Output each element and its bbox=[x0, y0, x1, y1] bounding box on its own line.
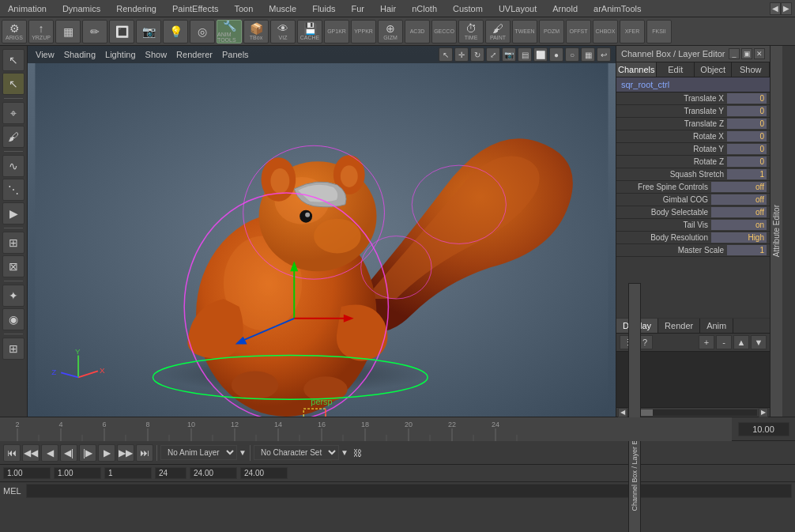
constraint-tool[interactable]: ⊠ bbox=[2, 255, 24, 277]
toolbar-box1[interactable]: 🔳 bbox=[109, 20, 134, 43]
toolbar-circle[interactable]: ◎ bbox=[190, 20, 215, 43]
toolbar-viz[interactable]: 👁 VIZ bbox=[270, 20, 296, 43]
toolbar-arigs[interactable]: ⚙ ARIGS bbox=[2, 20, 27, 43]
toolbar-chbox[interactable]: CHBOX bbox=[593, 20, 618, 43]
menu-fluids[interactable]: Fluids bbox=[304, 2, 343, 16]
vp-scale-icon[interactable]: ⤢ bbox=[486, 47, 500, 62]
ch-value-rotate-z[interactable] bbox=[727, 157, 767, 167]
vp-shading[interactable]: Shading bbox=[61, 50, 99, 59]
deform-tool[interactable]: ⋱ bbox=[2, 179, 24, 201]
toolbar-fksii[interactable]: FKSII bbox=[646, 20, 672, 43]
toolbar-ac3d[interactable]: AC3D bbox=[405, 20, 430, 43]
menu-hair[interactable]: Hair bbox=[372, 2, 404, 16]
ch-value-translate-x[interactable] bbox=[727, 93, 767, 104]
mel-input[interactable] bbox=[26, 484, 792, 498]
ch-value-free-spine[interactable] bbox=[711, 182, 767, 192]
vp-panels[interactable]: Panels bbox=[219, 50, 252, 59]
anim-layer-select[interactable]: No Anim Layer bbox=[160, 445, 237, 460]
vp-show[interactable]: Show bbox=[142, 50, 171, 59]
vp-lighting[interactable]: Lighting bbox=[102, 50, 139, 59]
time-end-field[interactable] bbox=[190, 467, 237, 479]
toolbar-gp1kr[interactable]: GP1KR bbox=[324, 20, 349, 43]
prev-key-btn[interactable]: ◀ bbox=[41, 444, 58, 462]
tab-render[interactable]: Render bbox=[658, 319, 700, 333]
panel-float[interactable]: ▣ bbox=[741, 48, 752, 59]
channel-box-side-tab[interactable]: Channel Box / Layer Editor bbox=[628, 283, 641, 532]
toolbar-light[interactable]: 💡 bbox=[163, 20, 188, 43]
menu-toon[interactable]: Toon bbox=[226, 2, 261, 16]
toolbar-camera[interactable]: 📷 bbox=[136, 20, 161, 43]
goto-end-btn[interactable]: ⏭ bbox=[136, 444, 153, 462]
select-tool[interactable]: ↖ bbox=[2, 49, 24, 71]
prev-frame-btn[interactable]: ◀| bbox=[60, 444, 77, 462]
ch-value-tail-vis[interactable] bbox=[711, 220, 767, 230]
play-speed-field[interactable] bbox=[54, 467, 101, 479]
menu-muscle[interactable]: Muscle bbox=[261, 2, 304, 16]
vp-sphere-icon[interactable]: ○ bbox=[565, 47, 579, 62]
anim-layer-arrow[interactable]: ▼ bbox=[239, 448, 247, 457]
vp-move-icon[interactable]: ✛ bbox=[454, 47, 469, 62]
toolbar-gizm[interactable]: ⊕ GIZM bbox=[378, 20, 403, 43]
scroll-right[interactable]: ▶ bbox=[759, 408, 768, 417]
rig-tool[interactable]: ⊞ bbox=[2, 232, 24, 254]
toolbar-tween[interactable]: TWEEN bbox=[512, 20, 537, 43]
next-key-btn[interactable]: ▶ bbox=[98, 444, 115, 462]
toolbar-cache[interactable]: 💾 CACHE bbox=[297, 20, 322, 43]
goto-start-btn[interactable]: ⏮ bbox=[3, 444, 21, 462]
vp-select-icon[interactable]: ↖ bbox=[439, 47, 453, 62]
paint-tool[interactable]: 🖌 bbox=[2, 126, 24, 148]
layer-move-down[interactable]: ▼ bbox=[751, 335, 767, 349]
range-end-field[interactable] bbox=[240, 467, 288, 479]
curve-tool[interactable]: ∿ bbox=[2, 155, 24, 177]
attribute-editor-tab[interactable]: Attribute Editor bbox=[770, 46, 782, 417]
menu-dynamics[interactable]: Dynamics bbox=[55, 2, 108, 16]
tab-edit[interactable]: Edit bbox=[657, 62, 695, 77]
tab-object[interactable]: Object bbox=[695, 62, 733, 77]
menu-aranimtools[interactable]: arAnimTools bbox=[586, 2, 650, 16]
ch-value-body-sel[interactable] bbox=[711, 207, 767, 217]
fx-tool[interactable]: ✦ bbox=[2, 285, 24, 307]
layer-move-up[interactable]: ▲ bbox=[733, 335, 749, 349]
scroll-left[interactable]: ◀ bbox=[618, 408, 627, 417]
toolbar-paint[interactable]: 🖌 PAINT bbox=[485, 20, 511, 43]
timeline-ruler[interactable]: 2 4 6 8 10 12 14 16 18 20 22 24 bbox=[0, 417, 732, 441]
toolbar-offst[interactable]: OFFST bbox=[566, 20, 591, 43]
toolbar-yrzup[interactable]: ↑ YRZUP bbox=[28, 20, 54, 43]
grid-snap-tool[interactable]: ⊞ bbox=[2, 338, 24, 360]
current-time-display[interactable] bbox=[738, 422, 789, 436]
loop-field[interactable] bbox=[104, 467, 152, 479]
toolbar-xfer[interactable]: XFER bbox=[620, 20, 645, 43]
vp-light2-icon[interactable]: ● bbox=[549, 47, 563, 62]
toolbar-gecco[interactable]: GECCO bbox=[431, 20, 457, 43]
ch-value-translate-y[interactable] bbox=[727, 106, 767, 116]
toolbar-pozm[interactable]: POZM bbox=[539, 20, 564, 43]
menu-scroll-right[interactable]: ▶ bbox=[781, 2, 792, 15]
toolbar-grid[interactable]: ▦ bbox=[55, 20, 81, 43]
ch-value-squash[interactable] bbox=[727, 169, 767, 179]
ch-value-master-scale[interactable] bbox=[727, 245, 767, 255]
toolbar-animtools[interactable]: 🔧 ANIM TOOLS bbox=[217, 20, 242, 43]
menu-rendering[interactable]: Rendering bbox=[108, 2, 164, 16]
layer-new[interactable]: + bbox=[699, 335, 714, 349]
menu-arnold[interactable]: Arnold bbox=[544, 2, 586, 16]
toolbar-tbox[interactable]: 📦 TBox bbox=[243, 20, 269, 43]
ch-value-rotate-x[interactable] bbox=[727, 131, 767, 141]
toolbar-pen[interactable]: ✏ bbox=[82, 20, 107, 43]
menu-scroll-left[interactable]: ◀ bbox=[770, 2, 781, 15]
move-tool[interactable]: ↖ bbox=[2, 73, 24, 95]
vp-view[interactable]: View bbox=[32, 50, 58, 59]
play-fwd-btn[interactable]: ▶▶ bbox=[117, 444, 134, 462]
vp-grid-icon[interactable]: ▦ bbox=[581, 47, 595, 62]
toolbar-time[interactable]: ⏱ TIME bbox=[458, 20, 484, 43]
ch-value-gimbal-cog[interactable] bbox=[711, 194, 767, 205]
toolbar-yppkr[interactable]: YPPKR bbox=[351, 20, 376, 43]
lasso-tool[interactable]: ⌖ bbox=[2, 102, 24, 124]
panel-minimize[interactable]: _ bbox=[729, 48, 740, 59]
vp-rotate-icon[interactable]: ↻ bbox=[470, 47, 484, 62]
menu-fur[interactable]: Fur bbox=[344, 2, 373, 16]
vp-wire-icon[interactable]: ⬜ bbox=[533, 47, 548, 62]
vp-cam-icon[interactable]: 📷 bbox=[502, 47, 516, 62]
char-set-link[interactable]: ⛓ bbox=[350, 448, 365, 458]
char-set-select[interactable]: No Character Set bbox=[254, 445, 339, 460]
render-tool[interactable]: ◉ bbox=[2, 308, 24, 330]
